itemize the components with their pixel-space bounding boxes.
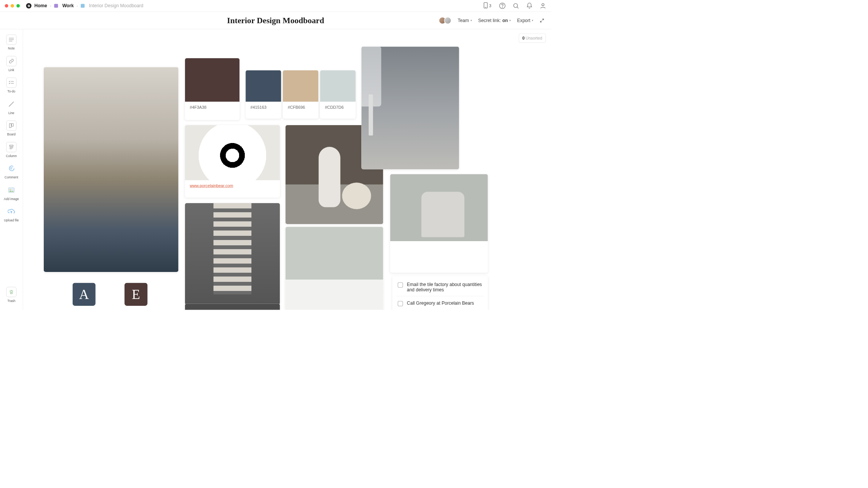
tool-add-image[interactable]: Add image — [3, 184, 20, 205]
tool-note[interactable]: Note — [3, 33, 20, 54]
board-icon — [6, 121, 17, 131]
tool-label: Link — [8, 68, 14, 72]
todo-item[interactable]: Email the tile factory about quantities … — [396, 280, 484, 295]
tool-trash[interactable]: Trash — [3, 286, 20, 307]
breadcrumb-current: Interior Design Moodboard — [89, 3, 144, 8]
comment-icon — [6, 164, 17, 174]
tool-sidebar: Note Link To-do Line Board — [0, 29, 23, 310]
svg-line-5 — [517, 7, 519, 8]
breadcrumb-work-color — [54, 4, 58, 8]
image-icon — [6, 185, 17, 195]
color-swatch-card[interactable]: #4F3A38 — [185, 58, 240, 120]
checkbox[interactable] — [398, 301, 403, 306]
window-titlebar: ⧉ Home › Work › Interior Design Moodboar… — [0, 0, 551, 12]
swatch-fill — [283, 70, 318, 102]
devices-button[interactable]: 3 — [482, 2, 492, 10]
app-logo-icon[interactable]: ⧉ — [26, 3, 32, 8]
maximize-window-icon[interactable] — [16, 4, 20, 8]
swatch-hex: #CDD7D6 — [320, 102, 356, 113]
letter-tile-a[interactable]: A — [73, 283, 96, 306]
tool-label: Upload file — [4, 219, 19, 223]
image-placeholder — [44, 67, 179, 272]
swatch-fill — [185, 58, 240, 102]
todo-card[interactable]: Email the tile factory about quantities … — [393, 276, 488, 310]
image-placeholder — [185, 203, 280, 305]
color-swatch-card[interactable]: #CDD7D6 — [320, 70, 356, 119]
image-card[interactable] — [390, 174, 488, 273]
unsorted-count: 0 — [522, 36, 525, 40]
swatch-fill — [320, 70, 356, 102]
secret-link-dropdown[interactable]: Secret link: on ▾ — [478, 18, 511, 23]
export-label: Export — [517, 18, 530, 23]
bell-icon[interactable] — [526, 2, 533, 9]
trash-icon — [6, 287, 17, 297]
image-card[interactable] — [361, 47, 459, 170]
link-card[interactable]: www.porcelainbear.com — [185, 125, 280, 198]
devices-count: 3 — [489, 4, 491, 8]
chevron-down-icon: ▾ — [509, 19, 511, 22]
help-icon[interactable] — [499, 2, 506, 9]
image-card[interactable] — [185, 304, 280, 310]
svg-point-3 — [502, 7, 503, 8]
image-card[interactable] — [44, 67, 179, 272]
tool-label: Board — [7, 133, 16, 137]
svg-point-6 — [542, 3, 544, 6]
tool-label: Line — [8, 111, 14, 115]
tool-label: Column — [6, 154, 17, 158]
swatch-fill — [246, 70, 281, 102]
moodboard-canvas[interactable]: 0Unsorted #4F3A38 #415163 #CFB696 #CDD7D… — [23, 29, 551, 310]
image-placeholder — [361, 47, 459, 170]
letter-tile-label: A — [79, 286, 89, 302]
column-icon — [6, 142, 17, 152]
expand-icon[interactable] — [539, 18, 544, 23]
upload-icon — [6, 207, 17, 217]
link-icon — [6, 56, 17, 66]
todo-text: Email the tile factory about quantities … — [407, 282, 483, 292]
window-controls — [5, 4, 20, 8]
swatch-hex: #415163 — [246, 102, 281, 113]
tool-column[interactable]: Column — [3, 141, 20, 162]
tool-line[interactable]: Line — [3, 98, 20, 119]
team-dropdown[interactable]: Team ▾ — [458, 18, 472, 23]
tool-board[interactable]: Board — [3, 119, 20, 140]
secret-link-state: on — [502, 18, 508, 23]
account-icon[interactable] — [539, 2, 546, 9]
breadcrumb-home[interactable]: Home — [34, 3, 47, 8]
breadcrumb-current-color — [81, 4, 85, 8]
tool-label: Comment — [5, 176, 18, 180]
checklist-icon — [6, 78, 17, 88]
note-icon — [6, 35, 17, 45]
image-card[interactable] — [185, 203, 280, 305]
minimize-window-icon[interactable] — [11, 4, 14, 8]
image-card[interactable] — [286, 227, 383, 310]
swatch-hex: #CFB696 — [283, 102, 318, 113]
search-icon[interactable] — [512, 2, 519, 9]
svg-rect-13 — [10, 124, 11, 127]
chevron-down-icon: ▾ — [532, 19, 533, 22]
svg-point-4 — [514, 3, 517, 7]
devices-icon — [482, 2, 489, 9]
unsorted-label: Unsorted — [525, 36, 542, 40]
link-url[interactable]: www.porcelainbear.com — [190, 184, 233, 188]
tool-todo[interactable]: To-do — [3, 76, 20, 97]
checkbox[interactable] — [398, 282, 403, 288]
page-title[interactable]: Interior Design Moodboard — [227, 16, 324, 25]
image-placeholder — [390, 174, 488, 273]
collaborator-avatars[interactable] — [441, 17, 452, 24]
document-toolbar: Interior Design Moodboard Team ▾ Secret … — [0, 12, 551, 29]
tool-comment[interactable]: Comment — [3, 162, 20, 183]
letter-tile-e[interactable]: E — [124, 283, 147, 306]
color-swatch-card[interactable]: #415163 — [246, 70, 281, 119]
image-placeholder — [185, 125, 280, 180]
breadcrumb-work[interactable]: Work — [62, 3, 74, 8]
tool-label: Trash — [7, 299, 15, 303]
color-swatch-card[interactable]: #CFB696 — [283, 70, 318, 119]
tool-link[interactable]: Link — [3, 55, 20, 76]
tool-label: To-do — [8, 90, 16, 94]
tool-upload-file[interactable]: Upload file — [3, 205, 20, 226]
close-window-icon[interactable] — [5, 4, 8, 8]
link-caption: www.porcelainbear.com — [185, 180, 280, 192]
todo-item[interactable]: Call Gregeory at Porcelain Bears — [396, 296, 484, 309]
export-dropdown[interactable]: Export ▾ — [517, 18, 533, 23]
unsorted-pill[interactable]: 0Unsorted — [519, 33, 546, 43]
